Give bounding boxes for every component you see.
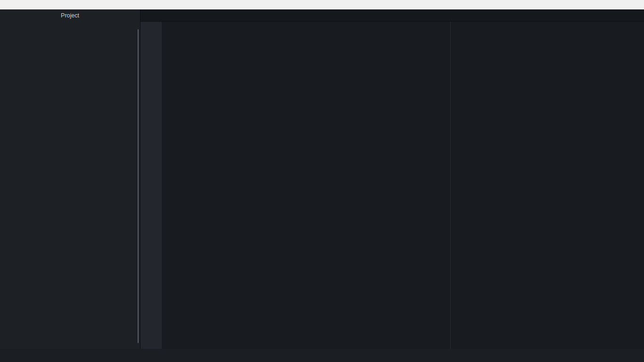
main-area: Project <box>0 9 644 349</box>
editor[interactable] <box>140 22 644 349</box>
menubar <box>0 0 644 9</box>
editor-column <box>140 9 644 349</box>
tab-bar <box>140 9 644 22</box>
code-pane[interactable] <box>162 22 644 349</box>
sidebar-scrollbar[interactable] <box>138 29 139 343</box>
status-bar <box>0 349 644 362</box>
gutter <box>140 22 162 349</box>
wrap-guide <box>450 22 451 349</box>
project-panel-title: Project <box>0 9 140 22</box>
project-panel: Project <box>0 9 140 349</box>
